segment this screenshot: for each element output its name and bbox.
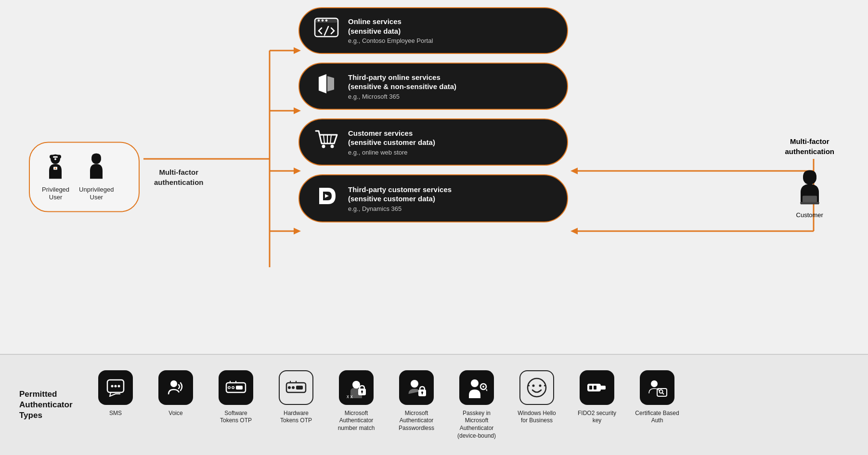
voice-icon [158, 370, 193, 405]
software-token-label: SoftwareTokens OTP [220, 410, 252, 425]
auth-voice: Voice [152, 370, 200, 417]
service-customer-text: Customer services(sensitive customer dat… [348, 129, 435, 156]
svg-point-20 [55, 168, 56, 169]
fido2-label: FIDO2 securitykey [578, 410, 616, 425]
service-online-text: Online services(sensitive data) e.g., Co… [348, 17, 433, 44]
svg-point-17 [54, 158, 56, 160]
svg-point-60 [411, 380, 418, 388]
unprivileged-user-label: Unprivileged User [79, 185, 114, 202]
customer-label: Customer [796, 211, 823, 218]
auth-certificate: Certificate BasedAuth [633, 370, 681, 425]
svg-line-28 [324, 135, 324, 143]
auth-software-token: SoftwareTokens OTP [212, 370, 260, 425]
svg-point-43 [229, 387, 230, 388]
privileged-user: Privileged User [42, 152, 69, 202]
mfa-right-line2: authentication [785, 147, 834, 155]
voice-label: Voice [168, 410, 182, 417]
ms-passwordless-label: MicrosoftAuthenticatorPasswordless [399, 410, 434, 432]
ms-passwordless-icon [399, 370, 434, 405]
svg-point-25 [321, 19, 323, 21]
unprivileged-user-icon [83, 152, 110, 182]
users-box: Privileged User Unprivileged User [29, 142, 140, 212]
sms-label: SMS [109, 410, 122, 417]
hardware-token-icon [279, 370, 313, 405]
auth-ms-number: x x MicrosoftAuthenticatornumber match [332, 370, 380, 432]
customer-icon [793, 168, 827, 206]
service-customer-title: Customer services(sensitive customer dat… [348, 129, 435, 147]
svg-point-70 [532, 384, 535, 387]
svg-line-30 [330, 135, 331, 143]
mfa-right-line1: Multi-factor [790, 137, 829, 145]
svg-rect-52 [296, 386, 303, 390]
svg-point-64 [471, 379, 479, 387]
svg-line-27 [324, 26, 328, 35]
service-online-subtitle: e.g., Contoso Employee Portal [348, 37, 433, 44]
svg-marker-12 [570, 168, 578, 174]
svg-point-40 [170, 380, 177, 387]
svg-rect-75 [600, 386, 606, 390]
svg-point-66 [482, 386, 484, 388]
certificate-icon [640, 370, 674, 405]
mfa-line1: Multi-factor [159, 168, 198, 176]
svg-marker-14 [570, 228, 578, 234]
permitted-authenticator-heading: Permitted Authenticator Types [19, 389, 77, 421]
svg-rect-34 [803, 195, 817, 202]
svg-line-81 [662, 393, 664, 394]
svg-line-67 [486, 390, 487, 393]
svg-rect-18 [53, 156, 58, 157]
service-third-party-customer-title: Third-party customer services(sensitive … [348, 185, 452, 204]
software-token-icon [219, 370, 253, 405]
svg-rect-46 [236, 386, 243, 390]
svg-point-39 [118, 385, 120, 387]
service-third-party-subtitle: e.g., Microsoft 365 [348, 93, 456, 100]
services-column: Online services(sensitive data) e.g., Co… [298, 7, 568, 222]
privileged-user-label: Privileged User [42, 185, 69, 202]
svg-point-24 [317, 19, 319, 21]
cart-icon [313, 128, 339, 156]
svg-rect-76 [589, 386, 592, 390]
svg-point-37 [111, 385, 114, 387]
office-icon [313, 72, 339, 100]
auth-passkey: Passkey inMicrosoftAuthenticator(device-… [453, 370, 501, 440]
svg-point-55 [352, 381, 360, 389]
auth-hardware-token: HardwareTokens OTP [272, 370, 320, 425]
passkey-label: Passkey inMicrosoftAuthenticator(device-… [457, 410, 496, 440]
svg-point-71 [539, 384, 542, 387]
windows-hello-icon [519, 370, 554, 405]
windows-hello-label: Windows Hellofor Business [518, 410, 556, 425]
service-third-party-customer-subtitle: e.g., Dynamics 365 [348, 205, 452, 212]
svg-point-32 [330, 145, 334, 148]
ms-number-icon: x x [339, 370, 374, 405]
svg-point-38 [115, 385, 117, 387]
bottom-section: Permitted Authenticator Types SMS [0, 354, 868, 455]
svg-text:x x: x x [347, 394, 353, 398]
auth-types-list: SMS Voice [91, 370, 681, 440]
dynamics-icon [313, 184, 339, 213]
unprivileged-user: Unprivileged User [79, 152, 114, 202]
sms-icon [98, 370, 133, 405]
auth-sms: SMS [91, 370, 140, 417]
privileged-user-icon [42, 152, 69, 182]
service-online: Online services(sensitive data) e.g., Co… [298, 7, 568, 54]
svg-point-45 [233, 387, 234, 388]
service-third-party-title: Third-party online services(sensitive & … [348, 73, 456, 91]
mfa-label-left: Multi-factor authentication [154, 167, 204, 187]
svg-point-69 [528, 378, 546, 397]
svg-rect-77 [594, 386, 596, 390]
hardware-token-label: HardwareTokens OTP [280, 410, 312, 425]
auth-fido2: FIDO2 securitykey [573, 370, 621, 425]
auth-windows-hello: Windows Hellofor Business [513, 370, 561, 425]
service-third-party-online: Third-party online services(sensitive & … [298, 63, 568, 110]
service-customer-subtitle: e.g., online web store [348, 149, 435, 156]
ms-number-label: MicrosoftAuthenticatornumber match [338, 410, 375, 432]
auth-ms-passwordless: MicrosoftAuthenticatorPasswordless [392, 370, 440, 432]
top-section: Privileged User Unprivileged User Multi-… [0, 0, 868, 354]
service-third-party-text: Third-party online services(sensitive & … [348, 73, 456, 100]
code-icon [313, 17, 339, 44]
main-container: Privileged User Unprivileged User Multi-… [0, 0, 868, 455]
mfa-label-right: Multi-factor authentication [785, 136, 834, 156]
svg-point-26 [325, 19, 327, 21]
service-third-party-customer: Third-party customer services(sensitive … [298, 174, 568, 222]
svg-point-31 [322, 145, 325, 148]
passkey-icon [459, 370, 494, 405]
